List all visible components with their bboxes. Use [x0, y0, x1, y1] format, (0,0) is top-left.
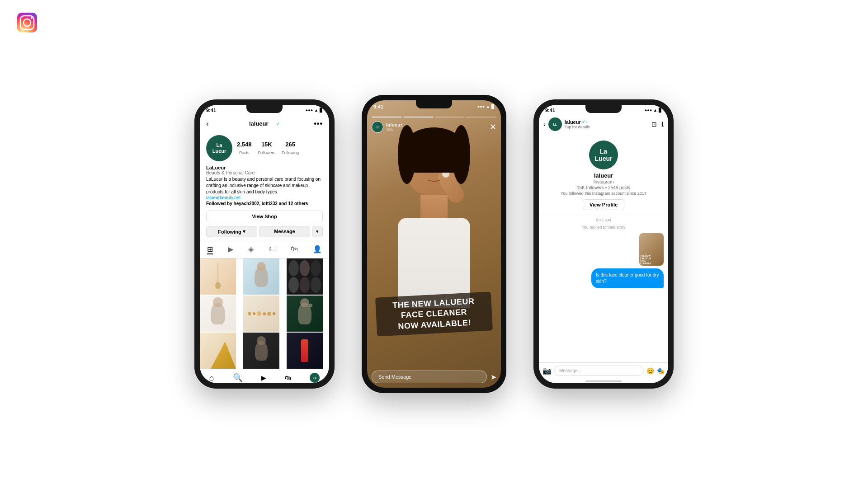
bottom-nav: ⌂ 🔍 ▶ 🛍 LL [200, 369, 329, 383]
svg-point-5 [215, 282, 221, 289]
story-headline: THE NEW LALUEUR FACE CLEANER NOW AVAILAB… [375, 291, 493, 336]
tab-clips[interactable]: ◈ [248, 245, 254, 254]
nav-home[interactable]: ⌂ [209, 373, 214, 383]
dm-header: ‹ LL lalueur ✓ › Tap for details ⊡ ℹ [539, 115, 668, 134]
back-icon-dm[interactable]: ‹ [543, 121, 546, 128]
message-button[interactable]: Message [259, 226, 310, 237]
status-icons-profile: ●●● ▲ ▊ [306, 108, 323, 113]
action-buttons: Following ▾ Message ▾ [200, 224, 329, 239]
view-shop-button[interactable]: View Shop [206, 211, 323, 222]
status-icons-dm: ●●●▲▊ [645, 108, 662, 113]
emoji-icon[interactable]: 😊 [646, 367, 654, 375]
progress-1 [372, 117, 402, 117]
info-icon[interactable]: ℹ [661, 121, 664, 128]
story-send-input[interactable]: Send Message [372, 371, 487, 383]
avatar: LaLueur [206, 135, 232, 161]
dm-system-message: You replied to their story [543, 225, 664, 230]
time-profile: 9:41 [206, 108, 216, 113]
dm-story-reply: THE NEWLALUEURFACECLEANER [543, 233, 664, 266]
dm-avatar: LL [548, 117, 562, 131]
grid-photo-1[interactable] [200, 258, 236, 295]
dm-story-thumbnail[interactable]: THE NEWLALUEURFACECLEANER [639, 233, 664, 266]
dm-profile-avatar: LaLueur [589, 141, 618, 169]
time-story: 9:41 [373, 104, 383, 109]
followers-count: 15K [258, 141, 276, 148]
tab-tagged[interactable]: 🏷 [269, 245, 276, 254]
profile-info-row: LaLueur 2,548 Posts 15K Followers 265 Fo… [200, 132, 329, 164]
close-icon[interactable]: ✕ [490, 122, 496, 132]
grid-photo-2[interactable] [243, 258, 279, 295]
dm-profile-note: You followed this Instagram account sinc… [543, 191, 664, 196]
phone-profile: 9:41 ●●● ▲ ▊ ‹ lalueur ✓ ••• LaLueur 2,5 [194, 99, 335, 389]
grid-photo-8[interactable] [243, 333, 279, 369]
phone-story: 9:41 ●●●▲▊ LL lalueur 10h [362, 95, 506, 393]
stats-row: 2,548 Posts 15K Followers 265 Following [237, 141, 323, 156]
nav-search[interactable]: 🔍 [233, 373, 243, 383]
dropdown-button[interactable]: ▾ [312, 226, 323, 237]
dm-actions: ⊡ ℹ [651, 121, 664, 128]
notch-dm [585, 105, 622, 113]
dm-profile-card: LaLueur lalueur Instagram 15K followers … [539, 134, 668, 214]
dm-user-info: lalueur ✓ › Tap for details [565, 119, 651, 129]
story-text-overlay: THE NEW LALUEUR FACE CLEANER NOW AVAILAB… [376, 295, 492, 333]
following-button[interactable]: Following ▾ [206, 226, 257, 237]
profile-header: ‹ lalueur ✓ ••• [200, 115, 329, 132]
tab-reels[interactable]: ▶ [228, 245, 233, 254]
tab-icons: ⊞ ▶ ◈ 🏷 🛍 👤 [200, 241, 329, 258]
dm-bubble-text: Is this face cleaner good for dry skin? [591, 268, 664, 288]
grid-photo-5[interactable] [243, 296, 279, 332]
stat-following[interactable]: 265 Following [282, 141, 299, 156]
bio-link[interactable]: lalueurbeauty.net [206, 195, 323, 200]
camera-icon[interactable]: 📷 [542, 366, 552, 375]
story-background [367, 100, 501, 388]
dm-message-input[interactable]: Message... [554, 366, 644, 376]
tab-contact[interactable]: 👤 [313, 245, 322, 254]
story-time: 10h [386, 127, 402, 132]
send-icon[interactable]: ➤ [491, 373, 496, 381]
phone-dm: 9:41 ●●●▲▊ ‹ LL lalueur ✓ › Tap for deta… [533, 99, 674, 389]
dm-timestamp: 9:41 AM [543, 218, 664, 222]
nav-reels[interactable]: ▶ [261, 374, 266, 381]
dm-message-bubble: Is this face cleaner good for dry skin? [543, 268, 664, 288]
posts-count: 2,548 [237, 141, 252, 148]
tab-shop[interactable]: 🛍 [291, 245, 298, 254]
dm-arrow: › [586, 120, 588, 124]
grid-photo-7[interactable] [200, 333, 236, 369]
sticker-icon[interactable]: 🎭 [657, 367, 665, 375]
view-profile-button[interactable]: View Profile [583, 199, 624, 210]
bio-followed-by: Followed by heyach2002, lofti232 and 12 … [206, 201, 323, 206]
home-indicator-3 [585, 380, 622, 382]
bio-name: LaLueur [206, 165, 323, 170]
story-progress [367, 113, 501, 119]
nav-profile[interactable]: LL [310, 373, 320, 383]
status-bar-story: 9:41 ●●●▲▊ [367, 100, 501, 111]
video-call-icon[interactable]: ⊡ [651, 121, 657, 128]
grid-photo-3[interactable] [287, 258, 323, 295]
grid-photo-6[interactable] [287, 296, 323, 332]
dm-profile-platform: Instagram [543, 179, 664, 184]
grid-photo-9[interactable] [287, 333, 323, 369]
photo-grid [200, 258, 329, 369]
following-label: Following [282, 150, 299, 155]
dm-messages: 9:41 AM You replied to their story THE N… [539, 214, 668, 362]
more-options-icon[interactable]: ••• [314, 120, 323, 128]
progress-2 [403, 117, 434, 117]
stat-followers[interactable]: 15K Followers [258, 141, 276, 156]
grid-photo-4[interactable] [200, 296, 236, 332]
back-icon[interactable]: ‹ [206, 120, 208, 128]
notch [246, 105, 283, 113]
svg-point-3 [31, 17, 33, 19]
followers-label: Followers [258, 150, 276, 155]
stat-posts[interactable]: 2,548 Posts [237, 141, 252, 156]
story-send-row: Send Message ➤ [372, 371, 496, 383]
tab-grid[interactable]: ⊞ [207, 245, 213, 254]
nav-shop[interactable]: 🛍 [285, 374, 291, 381]
bio-section: LaLueur Beauty & Personal Care LaLueur i… [200, 164, 329, 209]
dm-verified: ✓ [582, 120, 585, 124]
dm-input-row: 📷 Message... 😊 🎭 [539, 362, 668, 379]
dm-profile-name: lalueur [543, 172, 664, 179]
avatar-text: LaLueur [212, 142, 226, 154]
story-username: lalueur [386, 122, 402, 127]
story-user-info: lalueur 10h [386, 122, 402, 132]
dm-profile-stats: 15K followers • 2548 posts [543, 185, 664, 190]
